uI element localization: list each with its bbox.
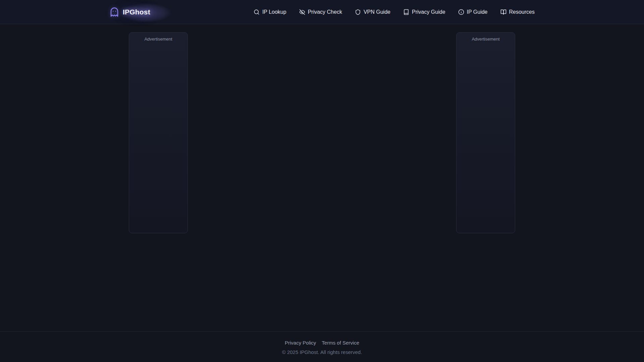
shield-icon [355, 9, 361, 15]
page: IPGhost IP Lookup Privacy Che [0, 0, 644, 362]
nav-item-resources[interactable]: Resources [500, 9, 535, 15]
footer-link-terms-of-service[interactable]: Terms of Service [322, 340, 359, 346]
nav-label: IP Lookup [262, 9, 286, 15]
nav-item-privacy-check[interactable]: Privacy Check [299, 9, 342, 15]
nav-item-privacy-guide[interactable]: Privacy Guide [403, 9, 445, 15]
copyright-text: © 2025 IPGhost. All rights reserved. [0, 349, 644, 355]
nav-label: VPN Guide [364, 9, 390, 15]
footer-links: Privacy Policy Terms of Service [0, 340, 644, 346]
ad-slot-left: Advertisement [129, 32, 188, 233]
book-icon [403, 9, 409, 15]
nav-label: Privacy Guide [412, 9, 445, 15]
ghost-icon [109, 7, 119, 17]
book-open-icon [500, 9, 506, 15]
brand-name: IPGhost [123, 8, 150, 16]
site-footer: Privacy Policy Terms of Service © 2025 I… [0, 331, 644, 362]
content-row: Advertisement Advertisement [129, 32, 515, 233]
nav-label: Resources [509, 9, 535, 15]
nav-item-ip-lookup[interactable]: IP Lookup [254, 9, 286, 15]
ad-label: Advertisement [129, 37, 187, 42]
ad-slot-right: Advertisement [456, 32, 515, 233]
footer-link-privacy-policy[interactable]: Privacy Policy [285, 340, 316, 346]
site-header: IPGhost IP Lookup Privacy Che [0, 0, 644, 24]
ad-label: Advertisement [457, 37, 515, 42]
info-icon [458, 9, 464, 15]
search-icon [254, 9, 260, 15]
nav-label: Privacy Check [308, 9, 342, 15]
brand-logo[interactable]: IPGhost [109, 7, 150, 17]
nav-item-vpn-guide[interactable]: VPN Guide [355, 9, 390, 15]
main-content: Advertisement Advertisement [0, 24, 644, 331]
nav-item-ip-guide[interactable]: IP Guide [458, 9, 488, 15]
nav-label: IP Guide [467, 9, 488, 15]
eye-off-icon [299, 9, 305, 15]
header-inner: IPGhost IP Lookup Privacy Che [109, 0, 535, 24]
main-nav: IP Lookup Privacy Check VPN Guide [254, 9, 535, 15]
